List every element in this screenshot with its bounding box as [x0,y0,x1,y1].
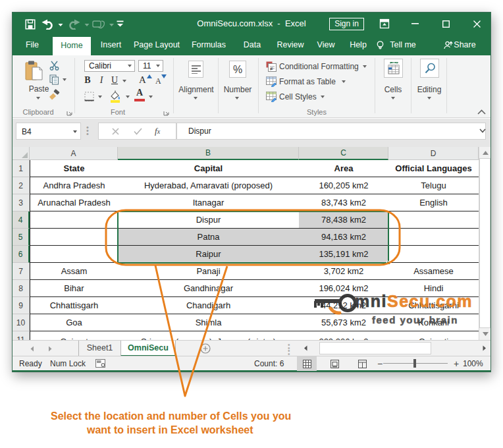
svg-text:≠: ≠ [270,66,273,72]
